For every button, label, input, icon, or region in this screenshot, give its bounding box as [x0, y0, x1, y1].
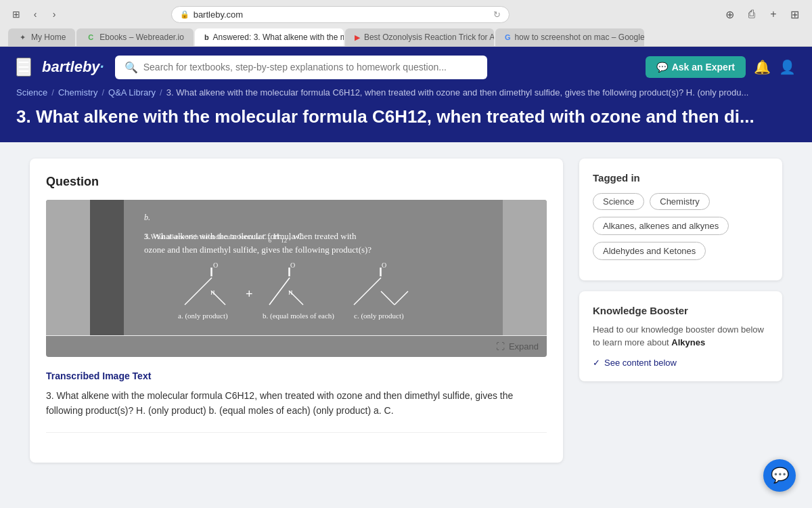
content-right: Tagged in Science Chemistry Alkanes, alk… — [579, 158, 782, 463]
browser-actions: ⊕ ⎙ + ⊞ — [721, 5, 804, 23]
address-bar[interactable]: 🔒 bartleby.com ↻ — [171, 6, 510, 23]
image-toolbar: ⛶ Expand — [46, 335, 547, 357]
download-button[interactable]: ⊕ — [721, 5, 739, 23]
tab-favicon-5: G — [505, 33, 511, 42]
page-title: 3. What alkene with the molecular formul… — [16, 106, 796, 129]
tab-ebooks[interactable]: C Ebooks – Webreader.io — [76, 28, 194, 46]
transcribed-text: 3. What alkene with the molecular formul… — [46, 388, 547, 419]
divider — [46, 432, 547, 433]
expand-button[interactable]: ⛶ Expand — [496, 341, 539, 352]
svg-text:O: O — [382, 261, 386, 269]
transcribed-section: Transcribed Image Text 3. What alkene wi… — [46, 371, 547, 419]
ask-expert-icon: 💬 — [656, 62, 668, 72]
browser-tabs: ✦ My Home C Ebooks – Webreader.io b Answ… — [8, 28, 804, 46]
tag-aldehydes[interactable]: Aldehydes and Ketones — [593, 242, 706, 260]
breadcrumb-science[interactable]: Science — [16, 87, 47, 98]
chevron-icon: ✓ — [593, 358, 600, 368]
search-bar[interactable]: 🔍 — [115, 56, 487, 79]
tab-google[interactable]: G how to screenshot on mac – Google Sear… — [495, 28, 644, 46]
svg-rect-1 — [90, 200, 124, 335]
breadcrumb-qa-library[interactable]: Q&A Library — [108, 87, 156, 98]
header-right: 💬 Ask an Expert 🔔 👤 — [646, 56, 796, 78]
kb-description: Head to our knowledge booster down below… — [593, 323, 769, 350]
tab-my-home[interactable]: ✦ My Home — [8, 28, 75, 46]
browser-nav-buttons: ⊞ ‹ › — [8, 6, 62, 22]
tab-label-4: Best Ozonolysis Reaction Trick for Alken… — [364, 33, 494, 42]
knowledge-booster-card: Knowledge Booster Head to our knowledge … — [579, 291, 782, 381]
see-content-label: See content below — [604, 358, 677, 368]
tag-row-1: Science Chemistry — [593, 193, 769, 210]
share-button[interactable]: ⎙ — [743, 5, 761, 23]
app-header: ☰ bartleby· 🔍 💬 Ask an Expert 🔔 👤 — [0, 47, 812, 87]
svg-text:ozone and then dimethyl sulfid: ozone and then dimethyl sulfide, gives t… — [144, 245, 371, 255]
tab-label-2: Ebooks – Webreader.io — [99, 33, 184, 42]
grid-button[interactable]: ⊞ — [786, 5, 804, 23]
svg-text:H: H — [210, 289, 215, 296]
ask-expert-label: Ask an Expert — [672, 62, 735, 72]
question-card: Question b. 3. What alkene with the mole… — [30, 158, 563, 463]
question-image: b. 3. What alkene with the molecular for… — [46, 200, 547, 357]
hamburger-button[interactable]: ☰ — [16, 58, 31, 77]
search-icon: 🔍 — [125, 61, 138, 74]
expand-icon: ⛶ — [496, 341, 505, 352]
breadcrumb-sep-1: / — [51, 87, 54, 98]
question-section-label: Question — [46, 175, 547, 189]
bell-icon[interactable]: 🔔 — [754, 59, 771, 75]
breadcrumb-chemistry[interactable]: Chemistry — [58, 87, 98, 98]
tag-row-2: Alkanes, alkenes and alkynes — [593, 217, 769, 235]
search-input[interactable] — [143, 62, 478, 72]
svg-text:b.: b. — [144, 213, 150, 222]
forward-button[interactable]: › — [46, 6, 62, 22]
svg-text:c. (only product): c. (only product) — [354, 312, 404, 320]
tab-favicon-2: C — [86, 33, 95, 42]
tab-favicon-4: ▶ — [355, 33, 360, 42]
back-button[interactable]: ‹ — [27, 6, 43, 22]
chem-image-box: b. 3. What alkene with the molecular for… — [46, 200, 547, 335]
main-content: Question b. 3. What alkene with the mole… — [14, 142, 798, 479]
svg-text:O: O — [290, 261, 295, 269]
breadcrumb: Science / Chemistry / Q&A Library / 3. W… — [16, 87, 796, 98]
tab-label-5: how to screenshot on mac – Google Sear..… — [514, 33, 644, 42]
tab-answered[interactable]: b Answered: 3. What alkene with the mole… — [195, 28, 344, 46]
page-hero: Science / Chemistry / Q&A Library / 3. W… — [0, 87, 812, 142]
logo: bartleby· — [42, 58, 104, 76]
tag-chemistry[interactable]: Chemistry — [650, 193, 710, 210]
expand-label: Expand — [509, 341, 539, 352]
breadcrumb-current: 3. What alkene with the molecular formul… — [166, 87, 749, 98]
svg-text:a. (only product): a. (only product) — [178, 312, 228, 320]
new-tab-button[interactable]: + — [765, 5, 782, 23]
tab-label-1: My Home — [31, 33, 66, 42]
chem-question-svg: b. 3. What alkene with the molecular for… — [90, 200, 503, 335]
tab-youtube[interactable]: ▶ Best Ozonolysis Reaction Trick for Alk… — [345, 28, 494, 46]
lock-icon: 🔒 — [180, 10, 189, 19]
chat-fab-icon: 💬 — [771, 467, 789, 479]
tag-science[interactable]: Science — [593, 193, 644, 210]
refresh-icon[interactable]: ↻ — [493, 9, 501, 20]
tab-favicon-1: ✦ — [18, 33, 27, 42]
content-left: Question b. 3. What alkene with the mole… — [30, 158, 563, 463]
svg-text:b. (equal moles of each): b. (equal moles of each) — [263, 312, 334, 320]
tagged-in-card: Tagged in Science Chemistry Alkanes, alk… — [579, 158, 782, 280]
tagged-in-title: Tagged in — [593, 172, 769, 184]
tag-row-3: Aldehydes and Ketones — [593, 242, 769, 260]
svg-text:+: + — [246, 287, 253, 301]
tab-favicon-3: b — [204, 33, 209, 42]
kb-title: Knowledge Booster — [593, 305, 769, 316]
address-text: bartleby.com — [194, 9, 243, 20]
breadcrumb-sep-2: / — [102, 87, 104, 98]
user-icon[interactable]: 👤 — [779, 59, 796, 75]
kb-subject: Alkynes — [671, 337, 705, 347]
breadcrumb-sep-3: / — [160, 87, 162, 98]
svg-text:O: O — [213, 261, 218, 269]
sidebar-toggle-button[interactable]: ⊞ — [8, 6, 24, 22]
browser-toolbar: ⊞ ‹ › 🔒 bartleby.com ↻ ⊕ ⎙ + ⊞ — [8, 5, 804, 23]
see-content-button[interactable]: ✓ See content below — [593, 358, 677, 368]
svg-text:H: H — [288, 289, 293, 296]
tab-label-3: Answered: 3. What alkene with the molec.… — [213, 33, 344, 42]
tag-alkanes[interactable]: Alkanes, alkenes and alkynes — [593, 217, 729, 235]
transcribed-title: Transcribed Image Text — [46, 371, 547, 381]
ask-expert-button[interactable]: 💬 Ask an Expert — [646, 56, 746, 78]
browser-chrome: ⊞ ‹ › 🔒 bartleby.com ↻ ⊕ ⎙ + ⊞ ✦ My Home… — [0, 0, 812, 47]
